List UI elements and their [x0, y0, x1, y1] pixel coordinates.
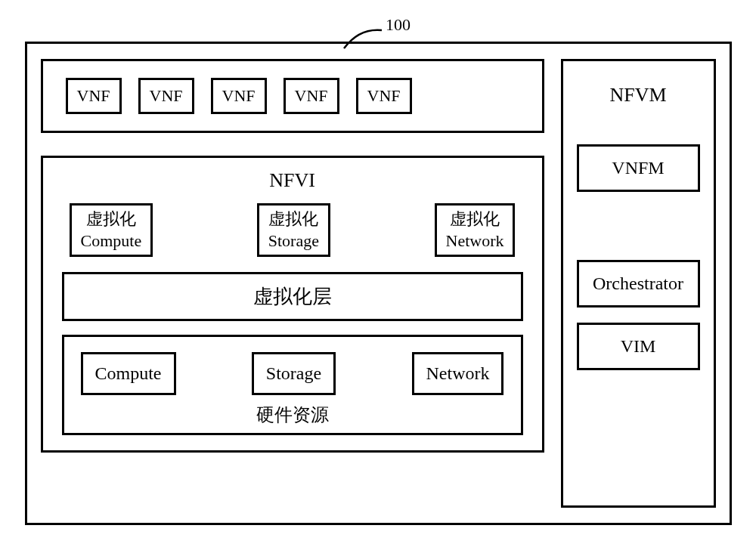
left-column: VNF VNF VNF VNF VNF NFVI 虚拟化 Compute 虚拟化… [41, 59, 544, 508]
hw-compute-box: Compute [81, 352, 176, 395]
virtual-storage-zh: 虚拟化 [268, 209, 319, 230]
virtual-storage-en: Storage [268, 230, 319, 252]
vnf-box: VNF [66, 78, 122, 114]
virtual-storage-box: 虚拟化 Storage [257, 203, 330, 257]
vnf-box: VNF [356, 78, 412, 114]
virtual-resources-row: 虚拟化 Compute 虚拟化 Storage 虚拟化 Network [62, 203, 523, 272]
hw-storage-box: Storage [252, 352, 336, 395]
vnf-box: VNF [284, 78, 339, 114]
right-column: NFVM VNFM Orchestrator VIM [561, 59, 716, 508]
vnf-row: VNF VNF VNF VNF VNF [41, 59, 544, 133]
vim-box: VIM [577, 323, 700, 370]
hw-network-box: Network [412, 352, 504, 395]
virtual-network-en: Network [446, 230, 504, 252]
virtual-compute-box: 虚拟化 Compute [70, 203, 153, 257]
vnf-box: VNF [211, 78, 267, 114]
virtual-compute-en: Compute [81, 230, 142, 252]
virtual-network-zh: 虚拟化 [446, 209, 504, 230]
nfvm-title: NFVM [577, 84, 700, 107]
hardware-container: Compute Storage Network 硬件资源 [62, 335, 523, 435]
nfvi-title: NFVI [62, 169, 523, 192]
figure-number: 100 [386, 15, 411, 35]
nfvi-container: NFVI 虚拟化 Compute 虚拟化 Storage 虚拟化 Network [41, 156, 544, 453]
virtualization-layer: 虚拟化层 [62, 272, 523, 321]
virtual-compute-zh: 虚拟化 [81, 209, 142, 230]
orchestrator-box: Orchestrator [577, 260, 700, 307]
vnf-box: VNF [138, 78, 194, 114]
system-container: VNF VNF VNF VNF VNF NFVI 虚拟化 Compute 虚拟化… [25, 42, 732, 525]
virtual-network-box: 虚拟化 Network [435, 203, 516, 257]
hardware-row: Compute Storage Network [79, 352, 506, 403]
hardware-label: 硬件资源 [79, 403, 506, 427]
vnfm-box: VNFM [577, 144, 700, 192]
